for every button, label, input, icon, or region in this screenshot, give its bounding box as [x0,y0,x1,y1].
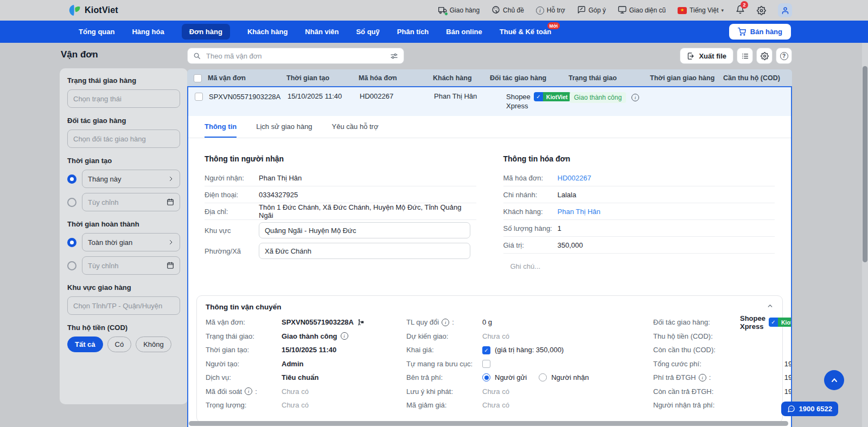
tab-thong-tin[interactable]: Thông tin [205,116,237,138]
tab-yeu-cau-ho-tro[interactable]: Yêu cầu hỗ trợ [332,116,379,138]
nav-don-hang[interactable]: Đơn hàng [182,24,230,40]
col-header-customer[interactable]: Khách hàng [433,74,490,82]
info-icon[interactable]: i [341,332,348,340]
notifications-button[interactable]: 2 [736,5,745,16]
declared-value-checkbox[interactable]: ✓ [482,346,490,354]
col-header-delivery-time[interactable]: Thời gian giao hàng [650,74,723,82]
settings-button[interactable] [757,6,766,15]
created-custom-radio[interactable] [67,198,76,207]
self-dropoff-checkbox[interactable] [482,360,490,368]
topbar-item-theme[interactable]: Chủ đề [492,5,524,16]
ward-input[interactable] [259,243,470,259]
topbar-item-delivery[interactable]: Giao hàng [438,6,480,15]
col-header-partner[interactable]: Đối tác giao hàng [490,74,569,82]
created-custom-select[interactable]: Tùy chỉnh [82,193,180,211]
info-icon[interactable]: i [631,94,639,101]
created-preset-select[interactable]: Tháng này [82,170,180,188]
nav-khach-hang[interactable]: Khách hàng [247,28,288,36]
export-file-label: Xuất file [699,52,726,60]
info-icon[interactable]: i [699,374,706,381]
info-icon[interactable]: i [442,319,449,326]
area-select[interactable]: Chọn Tỉnh/TP - Quận/Huyện [67,296,180,315]
col-header-code[interactable]: Mã vận đơn [208,74,286,82]
nav-phan-tich[interactable]: Phân tích [397,28,429,36]
col-header-status[interactable]: Trạng thái giao [569,74,650,82]
col-header-created[interactable]: Thời gian tạo [286,74,359,82]
created-custom-value: Tùy chỉnh [88,198,118,206]
select-all-checkbox[interactable] [194,74,202,82]
info-icon[interactable]: i [245,387,252,395]
language-selector[interactable]: ★ Tiếng Việt ▾ [678,7,724,14]
col-header-invoice[interactable]: Mã hóa đơn [359,74,433,82]
column-settings-button[interactable] [737,48,753,64]
search-input[interactable] [205,51,386,61]
topbar-item-feedback[interactable]: Góp ý [577,5,606,16]
filter-sliders-icon[interactable] [390,52,398,60]
tab-lich-su-giao-hang[interactable]: Lịch sử giao hàng [256,116,312,138]
cod-all-pill[interactable]: Tất cả [67,337,103,352]
completed-custom-select[interactable]: Tùy chỉnh [82,256,180,275]
sell-button[interactable]: Bán hàng [729,24,791,40]
table-settings-button[interactable] [756,48,773,64]
help-button[interactable]: ? [776,48,792,64]
cod-no-pill[interactable]: Không [136,337,171,352]
nav-thue-ke-toan[interactable]: Thuế & Kế toán Mới [500,28,551,36]
palette-icon [492,5,500,16]
expanded-row-panel: SPXVN05571903228A 15/10/2025 11:40 HD002… [187,86,792,427]
nav-nhan-vien[interactable]: Nhân viên [305,28,339,36]
invoice-code-label: Mã hóa đơn: [503,174,558,182]
completed-preset-select[interactable]: Toàn thời gian [82,233,180,251]
nav-hang-hoa[interactable]: Hàng hóa [132,28,164,36]
created-preset-radio[interactable] [67,174,76,184]
creator-label: Người tạo: [206,360,282,368]
invoice-quantity-label: Số lượng hàng: [503,224,558,232]
courier-icon[interactable] [357,319,365,326]
export-file-button[interactable]: Xuất file [680,48,733,64]
invoice-code-link[interactable]: HD002267 [558,174,591,182]
table-row[interactable]: SPXVN05571903228A 15/10/2025 11:40 HD002… [188,87,791,116]
collapse-button[interactable] [767,302,774,311]
expected-delivery-label: Dự kiến giao: [406,332,482,340]
partner-label: Đối tác giao hàng: [653,318,740,326]
calendar-icon [167,198,174,206]
fee-payer-receiver-radio[interactable] [539,373,547,381]
nav-so-quy[interactable]: Sổ quỹ [356,28,379,36]
fee-payer-sender-radio[interactable] [482,373,490,381]
topbar-item-old-interface[interactable]: Giao diện cũ [618,5,666,16]
recipient-section: Thông tin người nhận Người nhận: Phan Th… [205,154,476,270]
recipient-address-value: Thôn 1 Đức Chánh, Xã Đức Chánh, Huyện Mộ… [259,203,476,219]
topbar-item-support[interactable]: i Hỗ trợ [536,7,565,15]
kiotviet-logo[interactable]: KiotViet [68,4,118,17]
partner-fee-label-text: Phí trả ĐTGH [653,373,696,381]
horizontal-scrollbar-thumb[interactable] [189,421,788,426]
completed-preset-radio[interactable] [67,238,76,247]
delivery-status-value: Giao thành công [282,332,337,340]
invoice-customer-label: Khách hàng: [503,208,558,216]
row-checkbox[interactable] [195,93,203,101]
cod-yes-pill[interactable]: Có [107,337,132,352]
user-avatar[interactable] [778,3,792,17]
created-time-label: Thời gian tạo: [206,346,282,354]
fee-payer-label: Bên trả phí: [406,373,482,381]
vertical-scrollbar-thumb[interactable] [863,66,867,262]
nav-tong-quan[interactable]: Tổng quan [79,28,114,36]
chevron-up-icon [830,376,839,385]
filter-area-label: Khu vực giao hàng [67,283,180,292]
invoice-customer-link[interactable]: Phan Thị Hân [558,208,601,216]
tracking-code-link[interactable]: SPXVN05571903228A [282,318,354,326]
completed-custom-radio[interactable] [67,261,76,270]
hotline-number: 1900 6522 [799,405,832,413]
recipient-ward-label: Phường/Xã [205,247,259,255]
delivery-status-select[interactable]: Chọn trạng thái [67,89,180,108]
partner-select[interactable]: Chọn đối tác giao hàng [67,130,180,148]
hotline-button[interactable]: 1900 6522 [781,402,838,416]
nav-ban-online[interactable]: Bán online [446,28,482,36]
fee-payer-receiver-label: Người nhận [551,373,589,381]
note-placeholder[interactable]: Ghi chú... [503,262,775,270]
filter-partner-label: Đối tác giao hàng [67,117,180,125]
discount-code-value: Chưa có [482,401,509,409]
weight-value: Chưa có [282,401,309,409]
region-input[interactable] [259,222,470,238]
scroll-to-top-button[interactable] [824,370,844,390]
col-header-cod[interactable]: Cần thu hộ (COD) [723,74,792,82]
